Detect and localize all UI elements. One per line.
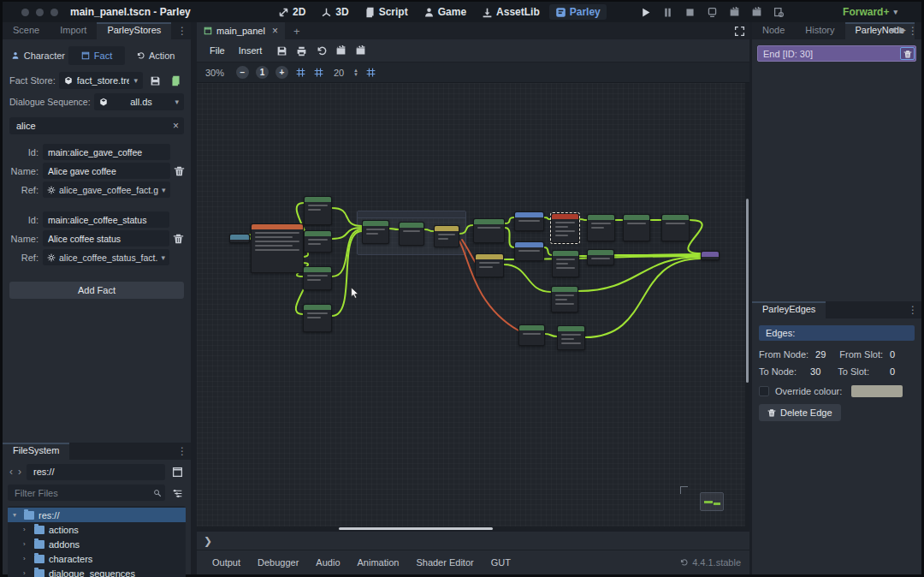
dock-menu-icon[interactable]: ⋮ bbox=[908, 304, 918, 316]
distraction-free-icon[interactable] bbox=[734, 25, 745, 37]
bottom-tab-output[interactable]: Output bbox=[205, 555, 247, 570]
graph-node[interactable] bbox=[551, 286, 578, 312]
expand-icon[interactable]: › bbox=[23, 540, 30, 548]
split-view-icon[interactable] bbox=[169, 463, 186, 480]
graph-node[interactable] bbox=[552, 250, 579, 277]
test-dialogue-icon[interactable] bbox=[335, 45, 346, 57]
tab-import[interactable]: Import bbox=[50, 22, 97, 39]
graph-node[interactable] bbox=[514, 211, 544, 231]
window-minimize-button[interactable] bbox=[36, 9, 44, 16]
tab-scroll-right-icon[interactable]: ▶ bbox=[899, 25, 906, 34]
bottom-tab-gut[interactable]: GUT bbox=[484, 555, 518, 570]
graph-edge[interactable] bbox=[332, 208, 362, 226]
filter-files-input[interactable] bbox=[8, 485, 165, 501]
dialogue-sequence-dropdown[interactable]: all.ds ▾ bbox=[94, 93, 184, 110]
tab-parleyedges[interactable]: ParleyEdges bbox=[752, 301, 826, 318]
dialogue-graph-canvas[interactable] bbox=[197, 82, 749, 531]
remote-debug-icon[interactable] bbox=[707, 7, 718, 18]
graph-edge[interactable] bbox=[505, 228, 514, 247]
dock-menu-icon[interactable]: ⋮ bbox=[908, 25, 918, 37]
graph-minimap[interactable] bbox=[700, 492, 724, 511]
stop-button[interactable] bbox=[684, 7, 696, 18]
new-store-button[interactable] bbox=[167, 72, 184, 89]
movie-writer-icon[interactable] bbox=[751, 7, 762, 18]
dock-menu-icon[interactable]: ⋮ bbox=[177, 25, 187, 37]
graph-edge[interactable] bbox=[424, 229, 434, 231]
fact-search-input[interactable] bbox=[9, 117, 184, 134]
graph-node[interactable] bbox=[701, 251, 720, 260]
character-store-button[interactable]: Character bbox=[9, 46, 67, 65]
fact-store-button[interactable]: Fact bbox=[68, 46, 126, 65]
expand-icon[interactable]: › bbox=[23, 526, 30, 533]
graph-node[interactable] bbox=[304, 196, 332, 225]
fact-ref-dropdown[interactable]: alice_coffee_status_fact. ▾ bbox=[43, 249, 169, 265]
graph-node[interactable] bbox=[304, 230, 332, 253]
sort-icon[interactable] bbox=[169, 485, 186, 502]
tab-parleystores[interactable]: ParleyStores bbox=[97, 22, 171, 39]
save-store-button[interactable] bbox=[146, 72, 163, 89]
bottom-tab-shader-editor[interactable]: Shader Editor bbox=[409, 555, 480, 570]
graph-node[interactable] bbox=[661, 214, 690, 241]
close-tab-icon[interactable]: × bbox=[272, 25, 278, 37]
fact-ref-dropdown[interactable]: alice_gave_coffee_fact.g ▾ bbox=[43, 181, 170, 198]
graph-node[interactable] bbox=[473, 218, 505, 243]
graph-edge[interactable] bbox=[544, 217, 551, 219]
fact-store-dropdown[interactable]: fact_store.tres ▾ bbox=[59, 72, 143, 89]
add-fact-button[interactable]: Add Fact bbox=[9, 282, 184, 299]
window-controls[interactable] bbox=[21, 9, 58, 16]
fact-name-field[interactable] bbox=[43, 230, 169, 247]
delete-fact-button[interactable] bbox=[174, 141, 185, 200]
nav-forward-icon[interactable]: › bbox=[18, 466, 21, 478]
expand-icon[interactable]: › bbox=[23, 555, 30, 562]
delete-edge-button[interactable]: Delete Edge bbox=[759, 404, 841, 421]
tree-item-res[interactable]: ▾res:// bbox=[8, 508, 186, 522]
graph-node[interactable] bbox=[475, 253, 504, 277]
zoom-in-button[interactable]: + bbox=[275, 66, 288, 79]
zoom-reset-button[interactable]: 1 bbox=[256, 66, 269, 79]
graph-node[interactable] bbox=[518, 324, 545, 346]
graph-node[interactable] bbox=[557, 325, 585, 350]
collapse-icon[interactable]: ▾ bbox=[13, 511, 20, 519]
delete-fact-button[interactable] bbox=[173, 209, 184, 268]
new-tab-button[interactable]: + bbox=[285, 22, 309, 39]
fact-id-field[interactable] bbox=[43, 144, 170, 160]
tab-filesystem[interactable]: FileSystem bbox=[3, 443, 69, 460]
bottom-tab-animation[interactable]: Animation bbox=[351, 555, 406, 570]
colour-swatch[interactable] bbox=[851, 385, 903, 397]
graph-edge[interactable] bbox=[459, 225, 473, 234]
screen-parley-button[interactable]: Parley bbox=[549, 4, 607, 20]
expand-icon[interactable]: › bbox=[23, 569, 30, 577]
delete-node-button[interactable] bbox=[900, 47, 915, 60]
window-maximize-button[interactable] bbox=[50, 9, 58, 16]
dock-menu-icon[interactable]: ⋮ bbox=[177, 445, 187, 457]
refresh-icon[interactable] bbox=[316, 45, 327, 57]
graph-edge[interactable] bbox=[505, 217, 514, 223]
graph-node[interactable] bbox=[514, 241, 544, 261]
pause-button[interactable] bbox=[662, 7, 673, 18]
override-colour-checkbox[interactable] bbox=[759, 386, 769, 396]
tab-history[interactable]: History bbox=[795, 22, 844, 39]
graph-node[interactable] bbox=[229, 234, 250, 243]
graph-edge[interactable] bbox=[332, 231, 362, 316]
bottom-tab-audio[interactable]: Audio bbox=[309, 555, 346, 570]
snap-toggle-icon[interactable] bbox=[295, 67, 306, 78]
graph-edge[interactable] bbox=[585, 259, 701, 337]
graph-edge[interactable] bbox=[579, 219, 587, 220]
profiler-icon[interactable] bbox=[773, 7, 785, 18]
graph-hscrollbar[interactable] bbox=[197, 526, 749, 531]
print-icon[interactable] bbox=[296, 45, 307, 57]
save-icon[interactable] bbox=[276, 45, 287, 57]
graph-edge[interactable] bbox=[545, 334, 557, 336]
tree-item-characters[interactable]: ›characters bbox=[8, 551, 186, 566]
grid-toggle-icon[interactable] bbox=[313, 67, 324, 78]
screen-script-button[interactable]: Script bbox=[358, 4, 414, 20]
action-store-button[interactable]: Action bbox=[127, 46, 184, 65]
test-dialogue-from-start-icon[interactable] bbox=[355, 45, 366, 57]
movie-maker-icon[interactable] bbox=[729, 7, 740, 18]
graph-node[interactable] bbox=[587, 214, 615, 241]
tab-main-panel[interactable]: main_panel × bbox=[197, 22, 285, 39]
edges-header[interactable]: Edges: bbox=[759, 325, 915, 341]
tab-node[interactable]: Node bbox=[752, 22, 795, 39]
play-button[interactable] bbox=[640, 7, 651, 18]
tab-scene[interactable]: Scene bbox=[3, 22, 50, 39]
